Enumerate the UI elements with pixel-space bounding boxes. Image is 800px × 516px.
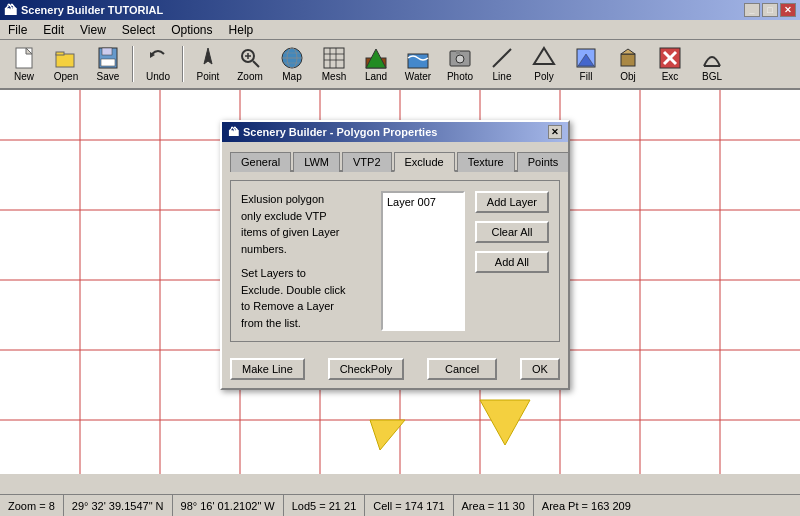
menu-view[interactable]: View: [74, 22, 112, 38]
desc-line-3: items of given Layer: [241, 224, 371, 241]
zoom-icon: [238, 46, 262, 70]
clear-all-button[interactable]: Clear All: [475, 221, 549, 243]
desc-line-4: numbers.: [241, 241, 371, 258]
save-icon: [96, 46, 120, 70]
line-icon: [490, 46, 514, 70]
poly-icon: [532, 46, 556, 70]
dialog-close-button[interactable]: ✕: [548, 125, 562, 139]
toolbar-water-button[interactable]: Water: [398, 42, 438, 86]
make-line-button[interactable]: Make Line: [230, 358, 305, 380]
water-label: Water: [405, 71, 431, 82]
point-label: Point: [197, 71, 220, 82]
status-bar: Zoom = 8 29° 32' 39.1547" N 98° 16' 01.2…: [0, 494, 800, 516]
add-all-button[interactable]: Add All: [475, 251, 549, 273]
open-icon: [54, 46, 78, 70]
menu-bar: File Edit View Select Options Help: [0, 20, 800, 40]
tab-general[interactable]: General: [230, 152, 291, 172]
close-button[interactable]: ✕: [780, 3, 796, 17]
title-bar: 🏔 Scenery Builder TUTORIAL _ □ ✕: [0, 0, 800, 20]
tab-body: Exlusion polygon only exclude VTP items …: [230, 180, 560, 342]
tab-exclude[interactable]: Exclude: [394, 152, 455, 172]
minimize-button[interactable]: _: [744, 3, 760, 17]
toolbar-undo-button[interactable]: Undo: [138, 42, 178, 86]
menu-edit[interactable]: Edit: [37, 22, 70, 38]
toolbar-point-button[interactable]: Point: [188, 42, 228, 86]
mesh-label: Mesh: [322, 71, 346, 82]
tab-texture[interactable]: Texture: [457, 152, 515, 172]
new-label: New: [14, 71, 34, 82]
land-label: Land: [365, 71, 387, 82]
maximize-button[interactable]: □: [762, 3, 778, 17]
desc-line-7: Exclude. Double click: [241, 282, 371, 299]
tab-inner: Exlusion polygon only exclude VTP items …: [241, 191, 549, 331]
svg-line-10: [253, 61, 259, 67]
toolbar-mesh-button[interactable]: Mesh: [314, 42, 354, 86]
check-poly-button[interactable]: CheckPoly: [328, 358, 405, 380]
undo-icon: [146, 46, 170, 70]
fill-label: Fill: [580, 71, 593, 82]
layer-list[interactable]: Layer 007: [381, 191, 465, 331]
dialog: 🏔 Scenery Builder - Polygon Properties ✕…: [220, 120, 570, 390]
toolbar-land-button[interactable]: Land: [356, 42, 396, 86]
toolbar-exc-button[interactable]: Exc: [650, 42, 690, 86]
toolbar-new-button[interactable]: New: [4, 42, 44, 86]
tab-points[interactable]: Points: [517, 152, 570, 172]
desc-line-9: from the list.: [241, 315, 371, 332]
canvas-area: 🏔 Scenery Builder - Polygon Properties ✕…: [0, 90, 800, 474]
tab-bar: General LWM VTP2 Exclude Texture Points: [230, 150, 560, 172]
obj-icon: [616, 46, 640, 70]
toolbar-sep-2: [182, 46, 184, 82]
zoom-label: Zoom: [237, 71, 263, 82]
svg-marker-34: [621, 49, 635, 54]
title-bar-left: 🏔 Scenery Builder TUTORIAL: [4, 3, 163, 18]
toolbar-sep-1: [132, 46, 134, 82]
menu-file[interactable]: File: [2, 22, 33, 38]
toolbar-obj-button[interactable]: Obj: [608, 42, 648, 86]
toolbar: New Open Save Undo Point Zoom: [0, 40, 800, 90]
toolbar-line-button[interactable]: Line: [482, 42, 522, 86]
menu-select[interactable]: Select: [116, 22, 161, 38]
svg-rect-28: [456, 51, 460, 54]
add-layer-button[interactable]: Add Layer: [475, 191, 549, 213]
bgl-icon: [700, 46, 724, 70]
poly-label: Poly: [534, 71, 553, 82]
map-label: Map: [282, 71, 301, 82]
toolbar-map-button[interactable]: Map: [272, 42, 312, 86]
desc-line-8: to Remove a Layer: [241, 298, 371, 315]
desc-line-2: only exclude VTP: [241, 208, 371, 225]
toolbar-zoom-button[interactable]: Zoom: [230, 42, 270, 86]
status-lod: Lod5 = 21 21: [284, 495, 366, 516]
bgl-label: BGL: [702, 71, 722, 82]
save-label: Save: [97, 71, 120, 82]
open-label: Open: [54, 71, 78, 82]
cancel-button[interactable]: Cancel: [427, 358, 497, 380]
dialog-footer: Make Line CheckPoly Cancel OK: [222, 350, 568, 388]
point-icon: [196, 46, 220, 70]
svg-rect-7: [101, 59, 115, 66]
photo-icon: [448, 46, 472, 70]
toolbar-photo-button[interactable]: Photo: [440, 42, 480, 86]
fill-icon: [574, 46, 598, 70]
toolbar-bgl-button[interactable]: BGL: [692, 42, 732, 86]
toolbar-save-button[interactable]: Save: [88, 42, 128, 86]
tab-vtp2[interactable]: VTP2: [342, 152, 392, 172]
svg-rect-6: [102, 48, 112, 55]
status-zoom: Zoom = 8: [0, 495, 64, 516]
line-label: Line: [493, 71, 512, 82]
ok-button[interactable]: OK: [520, 358, 560, 380]
status-cell: Cell = 174 171: [365, 495, 453, 516]
status-lat: 29° 32' 39.1547" N: [64, 495, 173, 516]
obj-label: Obj: [620, 71, 636, 82]
app-icon: 🏔: [4, 3, 17, 18]
toolbar-poly-button[interactable]: Poly: [524, 42, 564, 86]
app-title: Scenery Builder TUTORIAL: [21, 4, 163, 16]
tab-lwm[interactable]: LWM: [293, 152, 340, 172]
svg-line-29: [493, 49, 511, 67]
menu-options[interactable]: Options: [165, 22, 218, 38]
modal-overlay: 🏔 Scenery Builder - Polygon Properties ✕…: [0, 90, 800, 474]
dialog-icon: 🏔: [228, 126, 239, 138]
toolbar-open-button[interactable]: Open: [46, 42, 86, 86]
menu-help[interactable]: Help: [223, 22, 260, 38]
toolbar-fill-button[interactable]: Fill: [566, 42, 606, 86]
title-bar-controls[interactable]: _ □ ✕: [744, 3, 796, 17]
